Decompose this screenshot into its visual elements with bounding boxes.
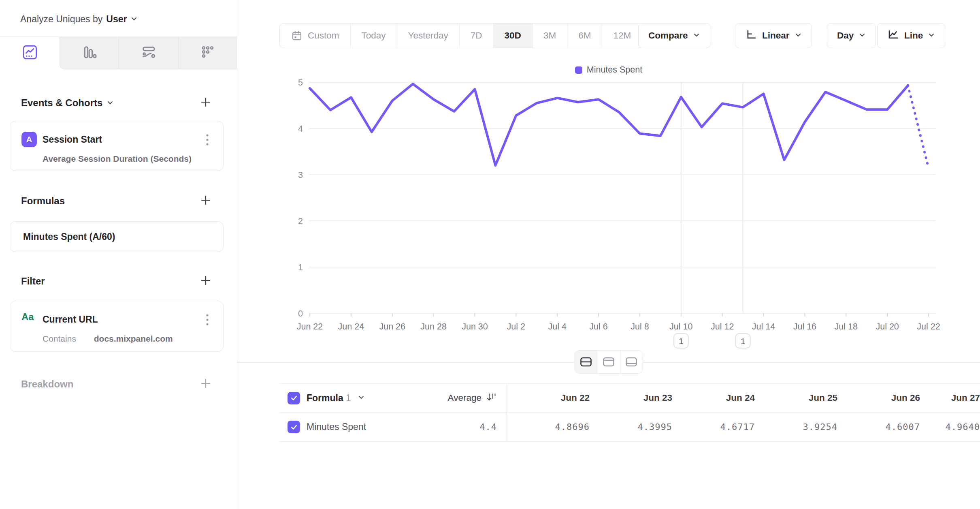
event-title[interactable]: Session Start (43, 134, 102, 145)
x-tick-label: Jun 28 (420, 322, 447, 331)
cell-jun-23: 4.3995 (590, 422, 672, 432)
column-header-jun-25[interactable]: Jun 25 (755, 393, 837, 403)
sort-icon[interactable] (486, 391, 497, 404)
layout-split-button[interactable] (575, 351, 597, 373)
breakdown-header: Breakdown (21, 379, 73, 390)
table-data-row: Minutes Spent 4.4 4.86964.39954.67173.92… (279, 413, 980, 442)
range-6m[interactable]: 6M (567, 24, 602, 48)
chart-type-tab-strip (0, 36, 237, 69)
kebab-menu-icon[interactable] (200, 132, 214, 150)
average-value: 4.4 (479, 422, 497, 432)
event-letter-badge: A (21, 132, 37, 147)
column-header-jun-26[interactable]: Jun 26 (837, 393, 920, 403)
range-30d[interactable]: 30D (493, 24, 532, 48)
analyze-value-dropdown[interactable]: User (106, 14, 127, 25)
add-filter-button[interactable] (198, 272, 214, 289)
cell-jun-24: 4.6717 (672, 422, 755, 432)
series-name[interactable]: Minutes Spent (307, 421, 366, 432)
add-breakdown-button[interactable] (198, 375, 214, 391)
filter-condition[interactable]: Contains docs.mixpanel.com (43, 334, 173, 344)
results-table: Formula1 Average Jun 22Jun 23Jun 24Jun 2… (279, 383, 980, 442)
x-tick-label: Jul 6 (589, 322, 607, 331)
add-formula-button[interactable] (198, 192, 214, 208)
layout-toggle-group (574, 350, 643, 374)
analyze-label: Analyze Uniques by (20, 14, 102, 25)
formula-card[interactable]: Minutes Spent (A/60) (10, 221, 224, 252)
linear-scale-icon (745, 28, 757, 43)
x-tick-label: Jun 24 (338, 322, 364, 331)
chevron-down-icon (928, 30, 935, 41)
column-header-jun-24[interactable]: Jun 24 (672, 393, 755, 403)
range-12m[interactable]: 12M (602, 24, 642, 48)
kebab-menu-icon[interactable] (200, 312, 214, 329)
chevron-down-icon (859, 30, 866, 41)
range-3m[interactable]: 3M (532, 24, 567, 48)
x-tick-label: Jun 22 (297, 322, 323, 331)
cell-jun-27: 4.9640 (920, 422, 980, 432)
inactive-tab-block (60, 37, 237, 69)
y-tick-label: 2 (298, 216, 303, 226)
tab-line-chart[interactable] (0, 37, 60, 69)
filter-operator[interactable]: Contains (43, 334, 76, 343)
filter-property[interactable]: Current URL (43, 314, 98, 325)
x-tick-label: Jul 8 (631, 322, 649, 331)
query-builder-sidebar: Analyze Uniques by User (0, 0, 237, 509)
formula-checkbox[interactable] (288, 392, 300, 404)
range-yesterday[interactable]: Yesterday (397, 24, 459, 48)
x-tick-label: Jul 4 (548, 322, 566, 331)
bar-chart-icon (81, 44, 98, 62)
y-tick-label: 3 (298, 170, 303, 180)
y-tick-label: 5 (298, 78, 303, 88)
x-tick-label: Jul 10 (669, 322, 692, 331)
calendar-icon (291, 30, 303, 42)
range-custom[interactable]: Custom (280, 24, 350, 48)
add-event-button[interactable] (198, 94, 214, 110)
date-range-group: CustomTodayYesterday7D30D3M6M12M (279, 23, 642, 48)
y-tick-label: 1 (298, 263, 303, 272)
x-tick-label: Jul 22 (917, 322, 940, 331)
events-cohorts-header[interactable]: Events & Cohorts (21, 97, 114, 109)
y-tick-label: 0 (298, 309, 303, 319)
chart-style-button[interactable]: Line (877, 23, 945, 48)
line-chart: 012345Jun 22Jun 24Jun 26Jun 28Jun 30Jul … (237, 57, 980, 357)
tab-flow-chart[interactable] (119, 37, 178, 69)
filter-card-current-url[interactable]: Aa Current URL Contains docs.mixpanel.co… (10, 301, 224, 352)
x-tick-label: Jul 14 (752, 322, 775, 331)
chevron-down-icon (130, 14, 138, 25)
range-7d[interactable]: 7D (459, 24, 493, 48)
formula-column-header[interactable]: Formula1 (307, 393, 351, 404)
series-checkbox[interactable] (288, 421, 300, 433)
x-tick-label: Jul 2 (507, 322, 525, 331)
formulas-header: Formulas (21, 195, 65, 207)
chevron-down-icon (107, 97, 114, 109)
x-tick-label: Jun 30 (462, 322, 488, 331)
x-tick-label: Jun 26 (379, 322, 405, 331)
formula-title[interactable]: Minutes Spent (A/60) (23, 231, 115, 242)
column-header-jun-23[interactable]: Jun 23 (590, 393, 672, 403)
analyze-uniques-row: Analyze Uniques by User (20, 14, 138, 25)
layout-chart-only-button[interactable] (597, 351, 620, 373)
x-tick-label: Jul 18 (835, 322, 858, 331)
filter-value[interactable]: docs.mixpanel.com (94, 334, 173, 343)
svg-text:1: 1 (679, 336, 684, 346)
tab-bar-chart[interactable] (60, 37, 119, 69)
string-property-icon: Aa (21, 311, 34, 323)
interval-button[interactable]: Day (827, 23, 876, 48)
scale-button[interactable]: Linear (735, 23, 812, 48)
event-card-session-start[interactable]: A Session Start Average Session Duration… (10, 121, 224, 171)
annotation-badge[interactable]: 1 (736, 334, 750, 348)
event-aggregation[interactable]: Average Session Duration (Seconds) (43, 154, 192, 164)
cell-jun-25: 3.9254 (755, 422, 837, 432)
column-header-jun-22[interactable]: Jun 22 (507, 393, 590, 403)
tab-retention-grid[interactable] (178, 37, 237, 69)
x-tick-label: Jul 20 (876, 322, 899, 331)
layout-table-only-button[interactable] (620, 351, 643, 373)
x-tick-label: Jul 16 (793, 322, 816, 331)
compare-button[interactable]: Compare (638, 23, 710, 48)
average-column-header[interactable]: Average (448, 393, 481, 403)
annotation-badge[interactable]: 1 (674, 334, 688, 348)
chevron-down-icon[interactable] (358, 394, 365, 402)
column-header-jun-27[interactable]: Jun 27 (920, 393, 980, 403)
filter-header: Filter (21, 276, 45, 287)
range-today[interactable]: Today (350, 24, 397, 48)
